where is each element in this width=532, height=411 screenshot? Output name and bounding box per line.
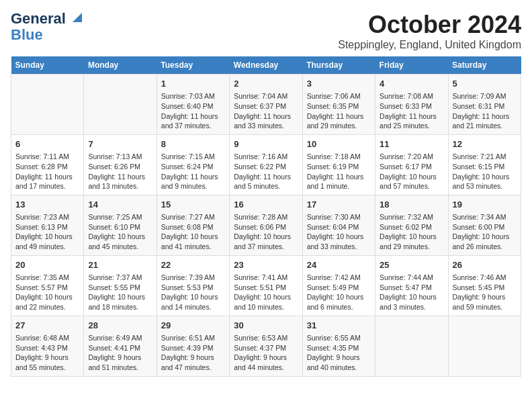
cell-content: Sunrise: 6:49 AM Sunset: 4:41 PM Dayligh… [88, 333, 152, 373]
day-number: 31 [307, 320, 371, 332]
day-number: 17 [307, 199, 371, 211]
calendar-cell: 1Sunrise: 7:03 AM Sunset: 6:40 PM Daylig… [157, 75, 229, 135]
cell-content: Sunrise: 7:18 AM Sunset: 6:19 PM Dayligh… [307, 152, 371, 191]
day-number: 16 [234, 199, 298, 211]
column-header-saturday: Saturday [448, 56, 521, 75]
cell-content: Sunrise: 7:46 AM Sunset: 5:45 PM Dayligh… [453, 273, 517, 312]
cell-content: Sunrise: 7:23 AM Sunset: 6:13 PM Dayligh… [15, 212, 79, 252]
cell-content: Sunrise: 7:37 AM Sunset: 5:55 PM Dayligh… [88, 273, 152, 312]
title-area: October 2024 Steppingley, England, Unite… [338, 11, 521, 51]
cell-content: Sunrise: 7:21 AM Sunset: 6:15 PM Dayligh… [453, 152, 517, 191]
svg-marker-0 [73, 13, 82, 22]
cell-content: Sunrise: 7:03 AM Sunset: 6:40 PM Dayligh… [161, 91, 225, 131]
logo-general: General [11, 11, 66, 27]
week-row-4: 20Sunrise: 7:35 AM Sunset: 5:57 PM Dayli… [11, 255, 521, 316]
month-title: October 2024 [338, 11, 521, 39]
day-number: 8 [161, 138, 225, 150]
day-number: 20 [15, 259, 79, 271]
cell-content: Sunrise: 7:11 AM Sunset: 6:28 PM Dayligh… [15, 152, 79, 191]
calendar-cell: 6Sunrise: 7:11 AM Sunset: 6:28 PM Daylig… [11, 134, 84, 195]
day-number: 9 [234, 138, 298, 150]
week-row-5: 27Sunrise: 6:48 AM Sunset: 4:43 PM Dayli… [11, 316, 521, 376]
calendar-cell [448, 316, 521, 376]
calendar-cell: 20Sunrise: 7:35 AM Sunset: 5:57 PM Dayli… [11, 255, 84, 316]
day-number: 12 [453, 138, 517, 150]
column-header-monday: Monday [84, 56, 157, 75]
cell-content: Sunrise: 7:32 AM Sunset: 6:02 PM Dayligh… [380, 212, 443, 252]
day-number: 13 [15, 199, 79, 211]
column-header-wednesday: Wednesday [230, 56, 302, 75]
calendar-cell: 17Sunrise: 7:30 AM Sunset: 6:04 PM Dayli… [302, 195, 375, 255]
calendar-body: 1Sunrise: 7:03 AM Sunset: 6:40 PM Daylig… [11, 75, 521, 377]
cell-content: Sunrise: 7:13 AM Sunset: 6:26 PM Dayligh… [88, 152, 152, 191]
cell-content: Sunrise: 7:06 AM Sunset: 6:35 PM Dayligh… [307, 91, 371, 131]
calendar-cell [84, 75, 157, 135]
calendar-cell: 5Sunrise: 7:09 AM Sunset: 6:31 PM Daylig… [448, 75, 521, 135]
day-number: 21 [88, 259, 152, 271]
cell-content: Sunrise: 7:04 AM Sunset: 6:37 PM Dayligh… [234, 91, 298, 131]
calendar-cell: 8Sunrise: 7:15 AM Sunset: 6:24 PM Daylig… [157, 134, 229, 195]
day-number: 6 [15, 138, 79, 150]
day-number: 22 [161, 259, 225, 271]
cell-content: Sunrise: 7:34 AM Sunset: 6:00 PM Dayligh… [453, 212, 517, 252]
calendar-cell: 31Sunrise: 6:55 AM Sunset: 4:35 PM Dayli… [302, 316, 375, 376]
page-header: General Blue October 2024 Steppingley, E… [11, 11, 521, 51]
calendar-cell: 27Sunrise: 6:48 AM Sunset: 4:43 PM Dayli… [11, 316, 84, 376]
calendar-cell: 11Sunrise: 7:20 AM Sunset: 6:17 PM Dayli… [375, 134, 448, 195]
location: Steppingley, England, United Kingdom [338, 39, 521, 51]
calendar-cell: 18Sunrise: 7:32 AM Sunset: 6:02 PM Dayli… [375, 195, 448, 255]
day-number: 24 [307, 259, 371, 271]
day-number: 29 [161, 320, 225, 332]
calendar-header-row: SundayMondayTuesdayWednesdayThursdayFrid… [11, 56, 521, 75]
cell-content: Sunrise: 6:51 AM Sunset: 4:39 PM Dayligh… [161, 333, 225, 373]
week-row-3: 13Sunrise: 7:23 AM Sunset: 6:13 PM Dayli… [11, 195, 521, 255]
day-number: 28 [88, 320, 152, 332]
column-header-thursday: Thursday [302, 56, 375, 75]
day-number: 11 [380, 138, 443, 150]
calendar-cell: 23Sunrise: 7:41 AM Sunset: 5:51 PM Dayli… [230, 255, 302, 316]
day-number: 25 [380, 259, 443, 271]
cell-content: Sunrise: 7:28 AM Sunset: 6:06 PM Dayligh… [234, 212, 298, 252]
calendar-cell: 10Sunrise: 7:18 AM Sunset: 6:19 PM Dayli… [302, 134, 375, 195]
logo: General Blue [11, 11, 82, 43]
calendar-cell: 14Sunrise: 7:25 AM Sunset: 6:10 PM Dayli… [84, 195, 157, 255]
cell-content: Sunrise: 7:15 AM Sunset: 6:24 PM Dayligh… [161, 152, 225, 191]
column-header-tuesday: Tuesday [157, 56, 229, 75]
day-number: 18 [380, 199, 443, 211]
calendar-cell: 26Sunrise: 7:46 AM Sunset: 5:45 PM Dayli… [448, 255, 521, 316]
logo-icon [67, 10, 82, 25]
calendar-cell: 9Sunrise: 7:16 AM Sunset: 6:22 PM Daylig… [230, 134, 302, 195]
calendar-cell: 28Sunrise: 6:49 AM Sunset: 4:41 PM Dayli… [84, 316, 157, 376]
day-number: 14 [88, 199, 152, 211]
cell-content: Sunrise: 7:25 AM Sunset: 6:10 PM Dayligh… [88, 212, 152, 252]
calendar-cell: 15Sunrise: 7:27 AM Sunset: 6:08 PM Dayli… [157, 195, 229, 255]
logo-blue: Blue [11, 27, 43, 43]
day-number: 19 [453, 199, 517, 211]
calendar-cell: 24Sunrise: 7:42 AM Sunset: 5:49 PM Dayli… [302, 255, 375, 316]
calendar-cell: 22Sunrise: 7:39 AM Sunset: 5:53 PM Dayli… [157, 255, 229, 316]
calendar-cell: 12Sunrise: 7:21 AM Sunset: 6:15 PM Dayli… [448, 134, 521, 195]
calendar-cell: 29Sunrise: 6:51 AM Sunset: 4:39 PM Dayli… [157, 316, 229, 376]
cell-content: Sunrise: 7:35 AM Sunset: 5:57 PM Dayligh… [15, 273, 79, 312]
cell-content: Sunrise: 7:41 AM Sunset: 5:51 PM Dayligh… [234, 273, 298, 312]
day-number: 3 [307, 78, 371, 90]
cell-content: Sunrise: 7:27 AM Sunset: 6:08 PM Dayligh… [161, 212, 225, 252]
cell-content: Sunrise: 7:08 AM Sunset: 6:33 PM Dayligh… [380, 91, 443, 131]
calendar-cell: 3Sunrise: 7:06 AM Sunset: 6:35 PM Daylig… [302, 75, 375, 135]
cell-content: Sunrise: 7:09 AM Sunset: 6:31 PM Dayligh… [453, 91, 517, 131]
day-number: 7 [88, 138, 152, 150]
column-header-sunday: Sunday [11, 56, 84, 75]
cell-content: Sunrise: 6:53 AM Sunset: 4:37 PM Dayligh… [234, 333, 298, 373]
cell-content: Sunrise: 7:30 AM Sunset: 6:04 PM Dayligh… [307, 212, 371, 252]
calendar-cell [375, 316, 448, 376]
calendar-cell: 13Sunrise: 7:23 AM Sunset: 6:13 PM Dayli… [11, 195, 84, 255]
day-number: 30 [234, 320, 298, 332]
cell-content: Sunrise: 7:39 AM Sunset: 5:53 PM Dayligh… [161, 273, 225, 312]
cell-content: Sunrise: 6:48 AM Sunset: 4:43 PM Dayligh… [15, 333, 79, 373]
calendar-cell: 25Sunrise: 7:44 AM Sunset: 5:47 PM Dayli… [375, 255, 448, 316]
day-number: 15 [161, 199, 225, 211]
calendar-cell: 19Sunrise: 7:34 AM Sunset: 6:00 PM Dayli… [448, 195, 521, 255]
cell-content: Sunrise: 6:55 AM Sunset: 4:35 PM Dayligh… [307, 333, 371, 373]
day-number: 23 [234, 259, 298, 271]
cell-content: Sunrise: 7:16 AM Sunset: 6:22 PM Dayligh… [234, 152, 298, 191]
